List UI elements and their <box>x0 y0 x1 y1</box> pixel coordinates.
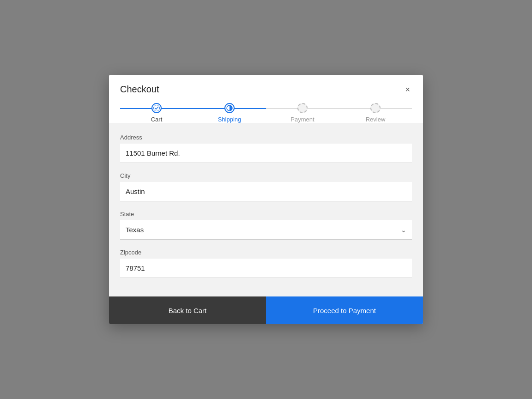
step-label-payment: Payment <box>290 116 314 123</box>
check-icon <box>153 105 160 111</box>
checkout-modal: Checkout × Cart <box>109 75 423 324</box>
address-group: Address <box>120 134 412 163</box>
state-select[interactable]: AlabamaAlaskaArizonaArkansasCaliforniaCo… <box>120 220 412 240</box>
zipcode-input[interactable] <box>120 259 412 278</box>
address-input[interactable] <box>120 144 412 163</box>
step-label-shipping: Shipping <box>218 116 242 123</box>
modal-title: Checkout <box>120 84 159 95</box>
zipcode-label: Zipcode <box>120 249 412 256</box>
step-payment: Payment <box>266 103 339 123</box>
city-label: City <box>120 172 412 179</box>
close-button[interactable]: × <box>403 85 412 95</box>
state-select-wrapper: AlabamaAlaskaArizonaArkansasCaliforniaCo… <box>120 220 412 240</box>
step-label-review: Review <box>366 116 386 123</box>
step-label-cart: Cart <box>151 116 163 123</box>
back-to-cart-button[interactable]: Back to Cart <box>109 296 266 324</box>
address-label: Address <box>120 134 412 141</box>
state-label: State <box>120 211 412 218</box>
half-circle-icon <box>226 105 233 111</box>
step-icon-payment <box>297 103 308 113</box>
modal-header: Checkout × Cart <box>109 75 423 123</box>
modal-body: Address City State AlabamaAlaskaArizonaA… <box>109 123 423 296</box>
step-review: Review <box>339 103 412 123</box>
step-icon-cart <box>151 103 162 113</box>
modal-footer: Back to Cart Proceed to Payment <box>109 296 423 324</box>
step-icon-review <box>370 103 381 113</box>
city-group: City <box>120 172 412 201</box>
step-shipping: Shipping <box>193 103 266 123</box>
step-icon-shipping <box>224 103 235 113</box>
svg-point-0 <box>154 105 160 111</box>
step-cart: Cart <box>120 103 193 123</box>
proceed-to-payment-button[interactable]: Proceed to Payment <box>266 296 423 324</box>
state-group: State AlabamaAlaskaArizonaArkansasCalifo… <box>120 211 412 240</box>
zipcode-group: Zipcode <box>120 249 412 278</box>
steps-container: Cart Shipping Payment <box>120 103 412 123</box>
city-input[interactable] <box>120 182 412 201</box>
